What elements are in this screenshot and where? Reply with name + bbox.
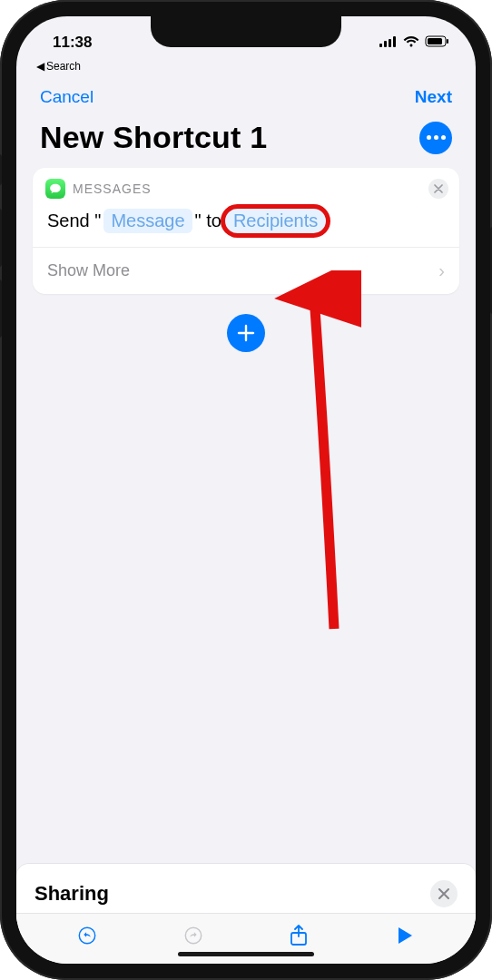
ellipsis-dot: [441, 135, 446, 140]
volume-down: [0, 279, 2, 338]
card-header: MESSAGES: [33, 168, 459, 204]
app-name-label: MESSAGES: [73, 181, 152, 196]
svg-rect-0: [379, 44, 382, 47]
battery-icon: [425, 34, 450, 52]
chevron-right-icon: ›: [438, 260, 445, 281]
svg-rect-3: [393, 36, 396, 47]
ellipsis-dot: [427, 135, 431, 140]
show-more-label: Show More: [47, 261, 130, 280]
status-time: 11:38: [53, 34, 92, 52]
messages-app-icon: [45, 179, 65, 199]
send-prefix: Send ": [47, 211, 101, 231]
cancel-button[interactable]: Cancel: [40, 87, 93, 107]
svg-rect-5: [428, 38, 442, 44]
device-frame: 11:38 ◀ Search Cancel Next New Short: [0, 0, 492, 980]
svg-rect-1: [384, 41, 387, 47]
cellular-icon: [379, 34, 398, 52]
recipients-token[interactable]: Recipients: [224, 208, 327, 234]
screen: 11:38 ◀ Search Cancel Next New Short: [16, 16, 476, 964]
volume-up: [0, 209, 2, 267]
share-button[interactable]: [280, 925, 317, 946]
message-token[interactable]: Message: [103, 209, 192, 233]
run-button[interactable]: [387, 926, 423, 945]
panel-title: Sharing: [34, 882, 109, 906]
panel-close-button[interactable]: [430, 880, 458, 907]
back-chevron-icon: ◀: [36, 60, 44, 73]
home-indicator[interactable]: [178, 952, 314, 956]
ellipsis-dot: [434, 135, 438, 140]
svg-rect-6: [447, 39, 448, 44]
back-to-search[interactable]: ◀ Search: [16, 60, 476, 73]
add-action-button[interactable]: [227, 314, 265, 352]
action-body: Send " Message " to Recipients: [33, 204, 459, 247]
notch: [151, 16, 341, 47]
next-button[interactable]: Next: [415, 87, 452, 107]
page-title: New Shortcut 1: [40, 120, 267, 155]
back-label: Search: [46, 60, 81, 73]
remove-action-button[interactable]: [428, 179, 448, 199]
mute-switch: [0, 154, 2, 185]
action-card: MESSAGES Send " Message " to Recipients …: [33, 168, 459, 294]
nav-bar: Cancel Next: [16, 73, 476, 116]
more-button[interactable]: [419, 122, 452, 154]
send-mid: " to: [195, 211, 221, 231]
wifi-icon: [403, 34, 419, 52]
undo-button[interactable]: [69, 926, 105, 946]
annotation-arrow: [271, 270, 361, 633]
svg-rect-2: [389, 39, 391, 47]
title-row: New Shortcut 1: [16, 116, 476, 168]
redo-button[interactable]: [175, 926, 212, 946]
status-indicators: [379, 34, 450, 52]
show-more-row[interactable]: Show More ›: [33, 248, 459, 294]
